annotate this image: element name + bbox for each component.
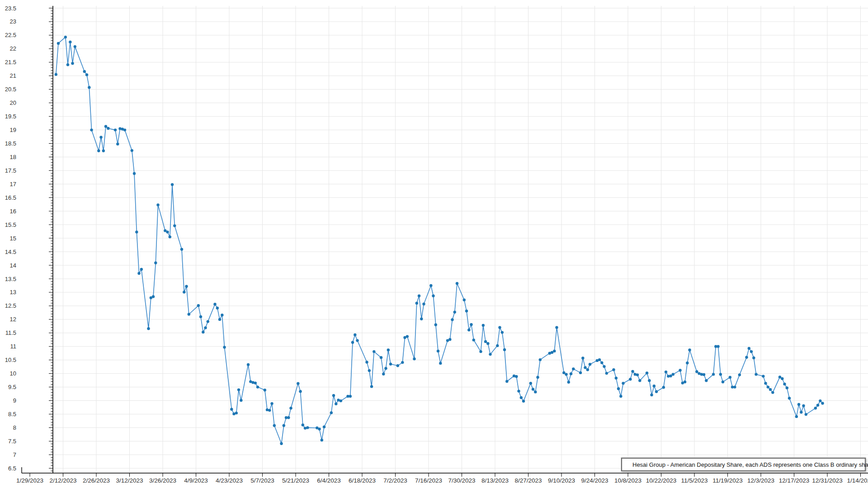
data-point[interactable]: [529, 382, 532, 385]
data-point[interactable]: [57, 42, 60, 45]
data-point[interactable]: [183, 291, 185, 293]
data-point[interactable]: [719, 373, 722, 375]
data-point[interactable]: [437, 350, 439, 352]
data-point[interactable]: [202, 331, 204, 333]
legend[interactable]: Hesai Group - American Depositary Share,…: [621, 458, 866, 471]
data-point[interactable]: [283, 424, 285, 427]
data-point[interactable]: [517, 389, 520, 392]
data-point[interactable]: [223, 346, 226, 348]
data-point[interactable]: [188, 313, 190, 315]
data-point[interactable]: [679, 369, 681, 371]
data-point[interactable]: [814, 407, 817, 409]
data-point[interactable]: [318, 427, 321, 430]
data-point[interactable]: [522, 400, 525, 403]
data-point[interactable]: [534, 390, 537, 393]
data-point[interactable]: [619, 395, 622, 398]
data-point[interactable]: [71, 62, 74, 65]
data-point[interactable]: [422, 303, 425, 305]
data-point[interactable]: [166, 230, 169, 233]
data-point[interactable]: [489, 353, 491, 356]
data-point[interactable]: [553, 350, 556, 352]
data-point[interactable]: [615, 377, 618, 380]
data-point[interactable]: [448, 338, 451, 341]
data-point[interactable]: [247, 363, 250, 366]
data-point[interactable]: [406, 335, 409, 338]
data-point[interactable]: [805, 413, 807, 416]
data-point[interactable]: [684, 380, 686, 383]
data-point[interactable]: [104, 125, 107, 128]
data-point[interactable]: [354, 333, 356, 336]
data-point[interactable]: [646, 371, 648, 374]
data-point[interactable]: [465, 310, 468, 312]
data-point[interactable]: [251, 381, 254, 384]
data-point[interactable]: [99, 136, 102, 139]
data-point[interactable]: [154, 262, 157, 264]
data-point[interactable]: [273, 424, 276, 427]
data-point[interactable]: [432, 295, 434, 297]
data-point[interactable]: [496, 344, 499, 347]
data-point[interactable]: [340, 399, 342, 402]
data-point[interactable]: [672, 373, 675, 375]
data-point[interactable]: [302, 423, 304, 426]
data-point[interactable]: [180, 248, 183, 251]
data-point[interactable]: [722, 380, 724, 383]
data-point[interactable]: [368, 369, 371, 372]
data-point[interactable]: [123, 128, 126, 131]
data-point[interactable]: [600, 361, 603, 364]
data-point[interactable]: [513, 375, 515, 377]
data-point[interactable]: [703, 373, 705, 376]
data-point[interactable]: [323, 426, 326, 428]
data-point[interactable]: [237, 388, 240, 391]
data-point[interactable]: [486, 342, 489, 345]
data-point[interactable]: [665, 371, 667, 373]
data-point[interactable]: [565, 373, 567, 375]
data-point[interactable]: [648, 379, 651, 382]
data-point[interactable]: [90, 128, 93, 131]
data-point[interactable]: [266, 408, 269, 411]
data-point[interactable]: [451, 318, 453, 321]
data-point[interactable]: [256, 385, 259, 388]
data-point[interactable]: [235, 412, 238, 414]
data-point[interactable]: [767, 385, 769, 388]
data-point[interactable]: [482, 324, 485, 327]
data-point[interactable]: [97, 150, 100, 152]
data-point[interactable]: [107, 127, 109, 130]
data-point[interactable]: [335, 403, 337, 405]
data-point[interactable]: [169, 235, 171, 238]
data-point[interactable]: [589, 363, 591, 366]
data-point[interactable]: [605, 372, 608, 375]
data-point[interactable]: [631, 370, 634, 373]
data-point[interactable]: [118, 127, 121, 130]
data-point[interactable]: [88, 86, 90, 89]
data-point[interactable]: [536, 376, 539, 379]
data-point[interactable]: [434, 324, 437, 326]
data-point[interactable]: [230, 408, 233, 411]
data-point[interactable]: [781, 377, 783, 380]
data-point[interactable]: [821, 402, 824, 404]
data-point[interactable]: [778, 375, 781, 378]
data-point[interactable]: [752, 357, 755, 359]
data-point[interactable]: [463, 299, 466, 301]
data-point[interactable]: [586, 368, 589, 371]
data-point[interactable]: [472, 338, 475, 341]
data-point[interactable]: [748, 347, 750, 350]
data-point[interactable]: [750, 350, 753, 353]
data-point[interactable]: [389, 363, 392, 366]
data-point[interactable]: [581, 357, 584, 359]
data-point[interactable]: [268, 409, 271, 412]
data-point[interactable]: [755, 373, 757, 375]
data-point[interactable]: [137, 272, 140, 275]
data-point[interactable]: [85, 73, 88, 76]
data-point[interactable]: [74, 45, 76, 48]
data-point[interactable]: [207, 320, 209, 323]
data-point[interactable]: [218, 318, 221, 321]
data-point[interactable]: [297, 382, 299, 385]
data-point[interactable]: [669, 375, 672, 377]
data-point[interactable]: [264, 389, 266, 391]
data-point[interactable]: [287, 416, 290, 419]
data-point[interactable]: [688, 348, 691, 351]
data-point[interactable]: [764, 382, 767, 385]
data-point[interactable]: [387, 348, 390, 351]
data-point[interactable]: [330, 411, 333, 414]
data-point[interactable]: [539, 358, 542, 361]
